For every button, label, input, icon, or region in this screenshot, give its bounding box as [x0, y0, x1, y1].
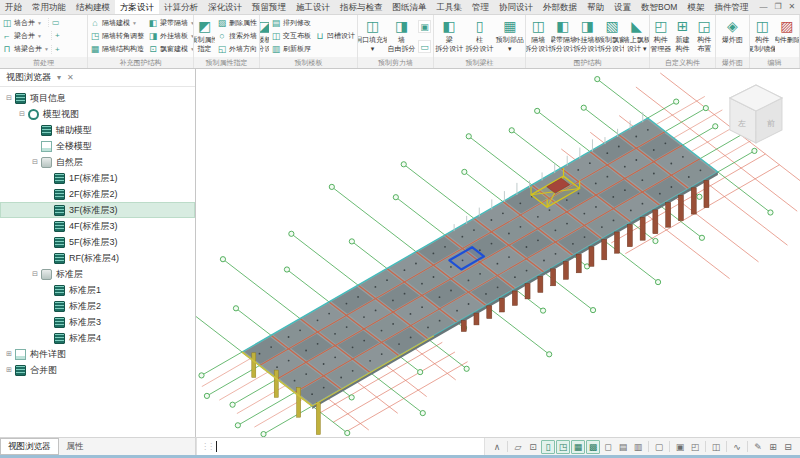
view-corner-icon[interactable]: ◳ — [556, 440, 570, 454]
tree-item-7[interactable]: 3F(标准层3) — [0, 202, 195, 218]
menu-tab-0[interactable]: 开始 — [0, 0, 27, 14]
ribbon-big-button-g5-2[interactable]: ▦预制部品▾ — [495, 16, 525, 56]
panel-close-icon[interactable]: ✕ — [67, 73, 74, 82]
statusbar-collapse-icon[interactable]: ∧ — [490, 440, 504, 454]
model-sheet-icon[interactable]: ◰ — [688, 440, 702, 454]
tree-item-11[interactable]: ⊟标准层 — [0, 266, 195, 282]
drag-handle-icon[interactable]: ⋮⋮ — [201, 442, 213, 451]
tree-item-0[interactable]: ⊟项目信息 — [0, 90, 195, 106]
close-button[interactable]: ✕ — [789, 0, 796, 14]
tree-item-14[interactable]: 标准层3 — [0, 314, 195, 330]
ribbon-button-g1-0-2[interactable]: ▦隔墙结构构造 — [90, 43, 144, 56]
ribbon-big-button-g6-0[interactable]: ◫隔墙拆分设计 — [526, 16, 551, 56]
restore-button[interactable]: ❐ — [774, 0, 781, 14]
tree-item-1[interactable]: ⊟模型视图 — [0, 106, 195, 122]
tree-item-3[interactable]: 全楼模型 — [0, 138, 195, 154]
ribbon-big-button-g6-4[interactable]: ◣墙上飘板设计 ▾ — [624, 16, 649, 56]
menu-tab-4[interactable]: 计算分析 — [159, 0, 203, 14]
menu-tab-8[interactable]: 指标与检查 — [335, 0, 388, 14]
tree-item-4[interactable]: ⊟自然层 — [0, 154, 195, 170]
ribbon-aux-button[interactable]: ▭ — [48, 18, 60, 27]
ribbon-button-g2-1-1[interactable]: ○搜索外墙 — [217, 29, 257, 42]
expand-toggle-icon[interactable]: ⊟ — [30, 158, 40, 166]
ribbon-button-g3-1-0[interactable]: ▤排列修改 — [271, 16, 311, 29]
view-grid-icon[interactable]: ▦ — [571, 440, 585, 454]
ribbon-big-button-g6-3[interactable]: ▧预制飘窗拆分设计 — [600, 16, 625, 56]
tree-item-13[interactable]: 标准层2 — [0, 298, 195, 314]
panel-tab-1[interactable]: 属性 — [59, 438, 92, 455]
menu-tab-2[interactable]: 结构建模 — [71, 0, 115, 14]
print-icon[interactable]: ⊟ — [781, 440, 795, 454]
tree-item-5[interactable]: 1F(标准层1) — [0, 170, 195, 186]
ribbon-button-g3-2-0[interactable]: ⊔凹槽设计 — [315, 30, 355, 43]
expand-toggle-icon[interactable]: ⊟ — [17, 110, 27, 118]
tree-item-2[interactable]: 辅助模型 — [0, 122, 195, 138]
expand-toggle-icon[interactable]: ⊟ — [30, 270, 40, 278]
add-view-icon[interactable]: ⊞ — [766, 440, 780, 454]
ribbon-big-button-g9-1[interactable]: ▨构件删除 — [775, 16, 800, 56]
tree-item-12[interactable]: 标准层1 — [0, 282, 195, 298]
ribbon-big-button-g9-0[interactable]: ◫构件复制/镜像 — [750, 16, 775, 56]
ribbon-big-button-g6-1[interactable]: ◧梁带隔墙拆分设计 — [551, 16, 576, 56]
layers-icon[interactable]: ⊡ — [526, 440, 540, 454]
menu-tab-12[interactable]: 协同设计 — [494, 0, 538, 14]
annotate-icon[interactable]: ✎ — [751, 440, 765, 454]
ribbon-button-g2-1-0[interactable]: ▨删除属性 — [217, 16, 257, 29]
ribbon-big-button-g7-1[interactable]: ⊞新建构件 — [672, 16, 694, 56]
ribbon-big-button-g7-2[interactable]: ◲构件布置 — [693, 16, 715, 56]
menu-tab-11[interactable]: 管理 — [467, 0, 494, 14]
command-input[interactable] — [217, 440, 480, 453]
ribbon-big-button-g5-0[interactable]: ◧梁拆分设计 — [434, 16, 464, 56]
tree-item-8[interactable]: 4F(标准层3) — [0, 218, 195, 234]
ribbon-mini-button[interactable]: ▣ — [418, 20, 431, 33]
ribbon-aux-button[interactable]: + — [51, 45, 60, 54]
ribbon-button-g1-0-1[interactable]: ◳隔墙转角调整 — [90, 29, 144, 42]
ribbon-big-button-g5-1[interactable]: ▯柱拆分设计 — [464, 16, 494, 56]
ribbon-button-g0-0-1[interactable]: ⌐梁合并▼+ — [2, 29, 60, 42]
tree-item-15[interactable]: 标准层4 — [0, 330, 195, 346]
clipboard-icon[interactable]: ◫ — [709, 440, 723, 454]
ribbon-button-g2-1-2[interactable]: ◱外墙方向 — [217, 43, 257, 56]
sheet-icon[interactable]: ▣ — [673, 440, 687, 454]
menu-tab-14[interactable]: 帮助 — [582, 0, 609, 14]
tree-item-10[interactable]: RF(标准层4) — [0, 250, 195, 266]
ribbon-button-g0-0-2[interactable]: ⊓墙梁合并▼+ — [2, 43, 60, 56]
model-canvas[interactable]: 上左前 — [196, 69, 800, 437]
view-axis-icon[interactable]: ▩ — [586, 440, 600, 454]
tree-item-17[interactable]: ⊞合并图 — [0, 362, 195, 378]
expand-toggle-icon[interactable]: ⊞ — [4, 350, 14, 358]
ribbon-button-g1-1-1[interactable]: ◨外挂墙板▼ — [148, 29, 194, 42]
ribbon-button-g1-1-2[interactable]: ⊡飘窗建模▼ — [148, 43, 194, 56]
ribbon-button-g3-1-2[interactable]: ▥刷新板厚 — [271, 43, 311, 56]
menu-tab-1[interactable]: 常用功能 — [27, 0, 71, 14]
ribbon-big-button-g7-0[interactable]: ◰构件管理器 — [650, 16, 672, 56]
menu-tab-17[interactable]: 模架 — [682, 0, 709, 14]
ribbon-big-button-g3-0[interactable]: ◪楼板拆分设计 — [260, 16, 269, 56]
menu-tab-7[interactable]: 施工设计 — [291, 0, 335, 14]
section-plane-icon[interactable]: ▱ — [511, 440, 525, 454]
new-sheet-icon[interactable]: ▢ — [652, 440, 666, 454]
ribbon-button-g1-1-0[interactable]: ◧梁带隔墙▼ — [148, 16, 194, 29]
ribbon-big-button-g6-2[interactable]: ◨外挂墙板拆分设计 — [575, 16, 600, 56]
menu-tab-18[interactable]: 插件管理 — [709, 0, 753, 14]
view-solid-icon[interactable]: ▥ — [631, 440, 645, 454]
menu-tab-3[interactable]: 方案设计 — [115, 0, 159, 14]
ribbon-button-g1-0-0[interactable]: ⌂隔墙建模▼ — [90, 16, 144, 29]
view-front-icon[interactable]: ▤ — [616, 440, 630, 454]
expand-toggle-icon[interactable]: ⊞ — [4, 366, 14, 374]
panel-tab-0[interactable]: 视图浏览器 — [0, 438, 59, 455]
spline-icon[interactable]: ∿ — [730, 440, 744, 454]
ribbon-button-g3-1-1[interactable]: ◫交互布板 — [271, 29, 311, 42]
ribbon-button-g0-0-0[interactable]: ◫墙合并▼▭ — [2, 16, 60, 29]
model-viewport[interactable]: 上左前 — [196, 69, 800, 437]
menu-tab-15[interactable]: 设置 — [609, 0, 636, 14]
ribbon-big-button-g4-1[interactable]: ◨墙自由拆分 — [387, 16, 416, 56]
menu-tab-16[interactable]: 数智BOM — [636, 0, 682, 14]
minimize-button[interactable]: — — [759, 0, 767, 14]
ribbon-aux-button[interactable]: + — [51, 31, 60, 40]
menu-tab-13[interactable]: 外部数据 — [538, 0, 582, 14]
view-elevation-icon[interactable]: ▯ — [541, 440, 555, 454]
ribbon-big-button-g8-0[interactable]: ◈爆炸图 — [716, 16, 749, 56]
menu-tab-5[interactable]: 深化设计 — [203, 0, 247, 14]
view-iso-icon[interactable]: ◻ — [601, 440, 615, 454]
